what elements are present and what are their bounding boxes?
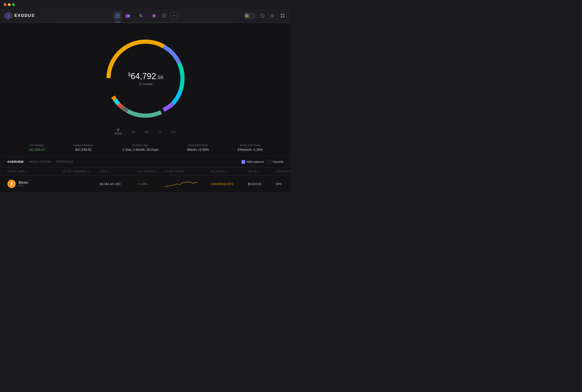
lock-icon: 🔒 (244, 13, 249, 18)
tab-portfolio[interactable]: PORTFOLIO (56, 159, 73, 164)
close-button[interactable] (4, 3, 6, 6)
th-portfolio: PORTFOLIO % ⇅ (276, 170, 291, 173)
stat-age-value: 2 Year, 3 Month, 30 Days (122, 148, 158, 152)
stat-highest-label: Highest Balance (73, 144, 94, 147)
chart-area: $64,792.59 10 Assets (0, 30, 291, 125)
th-24h: 24H CHANGE ⇅ (137, 170, 165, 173)
asset-cell-btc: ₿ Bitcoin BTC (8, 180, 63, 188)
lock-toggle[interactable]: 🔒 (244, 13, 256, 19)
btc-sparkline (165, 179, 211, 189)
stat-portfolio-age: Portfolio Age 2 Year, 3 Month, 30 Days (122, 144, 158, 152)
stat-highest-value: $47,839.82 (73, 148, 94, 152)
portfolio-total: $64,792.59 10 Assets (128, 72, 163, 86)
nav-right: 🔒 (244, 12, 286, 20)
sort-icon-price[interactable]: ⇅ (109, 170, 111, 172)
stat-worst-label: Worst 24H Asset (238, 144, 263, 147)
table-row[interactable]: ₿ Bitcoin BTC $9,364.48 USD +7.14% 0.602… (0, 176, 291, 192)
apps-grid-button[interactable] (279, 12, 286, 20)
stat-24h-value: +$2,930.03 (28, 148, 44, 152)
stat-worst-value: Ethereum -1,25% (238, 148, 263, 152)
main-content: $64,792.59 10 Assets NOW 1M 6M 1Y ALL 24… (0, 23, 291, 192)
logo-area: EXODUS (5, 12, 42, 20)
app-title: EXODUS (14, 13, 35, 18)
sort-icon-24h[interactable]: ⇅ (155, 170, 157, 172)
svg-rect-15 (283, 14, 284, 15)
th-balance: BALANCE ⇅ (211, 170, 248, 173)
timeline-1m[interactable]: 1M (131, 130, 135, 134)
svg-point-9 (153, 14, 155, 17)
timeline-dot (117, 128, 119, 131)
nav-nft[interactable] (150, 11, 159, 20)
stats-row: 24h Change +$2,930.03 Highest Balance $4… (0, 139, 291, 156)
svg-point-11 (164, 15, 165, 16)
nav-portfolio[interactable] (113, 11, 122, 20)
titlebar (0, 0, 291, 9)
maximize-button[interactable] (12, 3, 15, 6)
sort-icon-balance[interactable]: ⇅ (224, 170, 226, 172)
nav-add[interactable]: + (170, 12, 178, 20)
favorite-checkbox[interactable] (268, 160, 271, 164)
th-trend: 30 DAY TREND (165, 170, 211, 173)
nav-center: + (113, 11, 178, 20)
nav-exchange[interactable] (136, 11, 146, 20)
nav-divider-2 (147, 12, 148, 19)
exodus-logo-icon (5, 12, 12, 20)
th-apy: ? APY REWARDS ⇅ (63, 170, 100, 173)
nav-earn[interactable] (160, 11, 169, 20)
nav-divider-1 (134, 12, 134, 19)
filter-with-balance[interactable]: ✓ With balance (242, 160, 264, 164)
btc-balance: 0.60205315 BTC (211, 182, 248, 186)
stat-best-label: Best 24H Asset (187, 144, 209, 147)
filter-favorite[interactable]: Favorite (268, 160, 284, 164)
svg-rect-17 (283, 16, 284, 18)
history-button[interactable] (258, 12, 266, 20)
svg-point-5 (117, 15, 118, 16)
asset-table: ASSET NAME ⇅ ? APY REWARDS ⇅ PRICE ⇅ 24H… (0, 168, 291, 192)
sort-icon-apy[interactable]: ⇅ (88, 170, 90, 172)
donut-chart: $64,792.59 10 Assets (102, 35, 190, 122)
btc-price: $9,364.48 USD (100, 182, 137, 186)
timeline-1y[interactable]: 1Y (158, 130, 162, 134)
stat-best-value: Bitcoin +2.89% (187, 148, 209, 152)
btc-portfolio-pct: 33% (276, 182, 291, 186)
sort-icon-asset[interactable]: ⇅ (26, 170, 28, 172)
dollar-sign: $ (128, 72, 131, 77)
with-balance-checkbox[interactable]: ✓ (242, 160, 245, 164)
stat-worst-asset: Worst 24H Asset Ethereum -1,25% (238, 144, 263, 152)
th-asset-name: ASSET NAME ⇅ (8, 170, 63, 173)
stat-highest-balance: Highest Balance $47,839.82 (73, 144, 94, 152)
window-controls (4, 3, 15, 6)
stat-24h-label: 24h Change (28, 144, 44, 147)
tabs-row: OVERVIEW PRICE ACTION PORTFOLIO ✓ With b… (0, 156, 291, 168)
minimize-button[interactable] (8, 3, 11, 6)
stat-24h-change: 24h Change +$2,930.03 (28, 144, 44, 152)
stat-best-asset: Best 24H Asset Bitcoin +2.89% (187, 144, 209, 152)
tab-price-action[interactable]: PRICE ACTION (29, 159, 50, 164)
timeline: NOW 1M 6M 1Y ALL (0, 125, 291, 139)
btc-symbol: BTC (18, 184, 28, 187)
stat-age-label: Portfolio Age (122, 144, 158, 147)
settings-button[interactable] (269, 12, 276, 20)
timeline-6m[interactable]: 6M (144, 130, 149, 134)
total-value: $64,792.59 (128, 72, 163, 81)
svg-point-13 (272, 15, 273, 16)
nav-wallet[interactable] (123, 11, 132, 20)
timeline-all[interactable]: ALL (171, 130, 176, 134)
tabs-filters: ✓ With balance Favorite (242, 160, 284, 164)
th-price: PRICE ⇅ (100, 170, 137, 173)
btc-value: $5,637.91 (248, 182, 276, 186)
with-balance-label: With balance (246, 160, 264, 164)
favorite-label: Favorite (273, 160, 284, 164)
timeline-now[interactable]: NOW (115, 128, 122, 135)
svg-marker-1 (6, 14, 10, 18)
svg-rect-16 (281, 16, 282, 18)
btc-info: Bitcoin BTC (18, 180, 28, 187)
help-icon-apy[interactable]: ? (63, 170, 66, 173)
sort-icon-value[interactable]: ⇅ (258, 170, 260, 172)
btc-icon: ₿ (8, 180, 16, 188)
btc-change: +7.14% (137, 182, 165, 186)
assets-count: 10 Assets (128, 82, 163, 86)
th-value: VALUE ⇅ (248, 170, 276, 173)
tab-overview[interactable]: OVERVIEW (8, 159, 24, 164)
svg-rect-14 (281, 14, 282, 15)
